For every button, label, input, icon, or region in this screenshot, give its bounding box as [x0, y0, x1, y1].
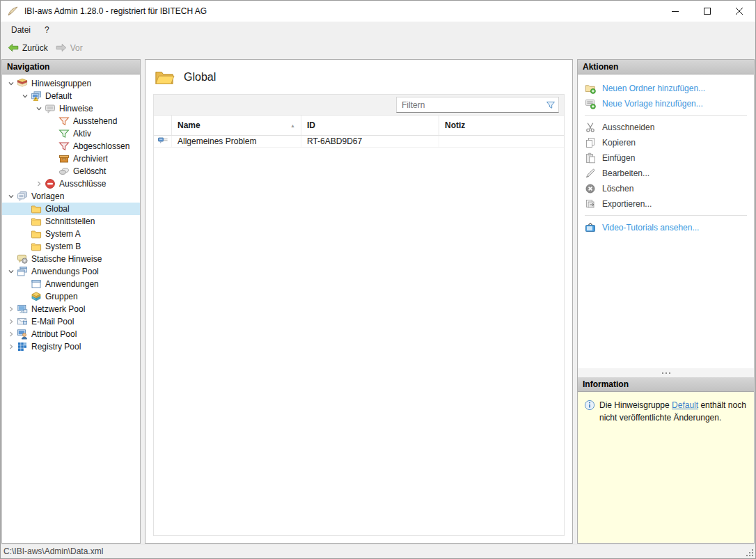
action-neuen-ordner-hinzuf-gen[interactable]: Neuen Ordner hinzufügen...: [585, 81, 750, 95]
action-l-schen[interactable]: Löschen: [585, 181, 750, 196]
chevron-spacer: [47, 153, 58, 164]
tree-item-statische-hinweise[interactable]: Statische Hinweise: [2, 253, 140, 265]
filter-input[interactable]: [397, 100, 545, 111]
tree-item-label: Statische Hinweise: [31, 254, 102, 264]
action-exportieren[interactable]: Exportieren...: [585, 196, 750, 211]
chevron-right-icon[interactable]: [33, 178, 45, 189]
tree-item-label: Anwendungen: [45, 279, 99, 289]
tree-item-aktiv[interactable]: Aktiv: [2, 127, 140, 140]
chevron-right-icon[interactable]: [5, 304, 17, 315]
chevron-down-icon[interactable]: [5, 191, 17, 202]
chevron-spacer: [19, 278, 31, 290]
tree-item-abgeschlossen[interactable]: Abgeschlossen: [2, 140, 140, 152]
tree-item-registry-pool[interactable]: Registry Pool: [2, 340, 140, 353]
action-label: Bearbeiten...: [602, 168, 649, 178]
chevron-spacer: [47, 166, 58, 177]
chevron-down-icon[interactable]: [5, 266, 17, 277]
tree-item-label: E-Mail Pool: [31, 317, 74, 326]
information-body: Die Hinweisgruppe Default enthält noch n…: [578, 392, 754, 543]
menubar: Datei ?: [1, 22, 755, 38]
registry-grid-icon: [17, 341, 28, 352]
action-kopieren[interactable]: Kopieren: [585, 135, 750, 150]
chevron-right-icon[interactable]: [5, 329, 17, 340]
default-group-icon: [31, 90, 42, 102]
content-title-bar: Global: [145, 60, 572, 94]
tree-item-label: Hinweise: [59, 104, 93, 113]
tree-item-system-b[interactable]: System B: [2, 240, 140, 253]
tree-item-label: Anwendungs Pool: [31, 267, 99, 276]
cell-name: Allgemeines Problem: [172, 136, 301, 147]
tree-item-gruppen[interactable]: Gruppen: [2, 290, 140, 303]
window-title: IBI-aws Admin 1.28.0 - registriert für I…: [24, 6, 207, 16]
column-header-name[interactable]: Name▲: [172, 116, 301, 135]
cut-scissors-icon: [585, 122, 596, 133]
tree-item-gel-scht[interactable]: Gelöscht: [2, 165, 140, 178]
tree-item-netzwerk-pool[interactable]: Netzwerk Pool: [2, 303, 140, 315]
menu-help[interactable]: ?: [38, 23, 56, 37]
filter-funnel-icon[interactable]: [545, 100, 556, 111]
tree-item-schnittstellen[interactable]: Schnittstellen: [2, 215, 140, 228]
column-header-id[interactable]: ID: [301, 116, 439, 135]
delete-circle-icon: [585, 183, 596, 194]
chevron-down-icon[interactable]: [33, 103, 45, 114]
default-group-link[interactable]: Default: [672, 400, 698, 410]
template-item-icon: [157, 136, 168, 147]
tree-item-default[interactable]: Default: [2, 90, 140, 102]
chevron-spacer: [19, 291, 31, 302]
chevron-right-icon[interactable]: [5, 316, 17, 327]
action-ausschneiden[interactable]: Ausschneiden: [585, 120, 750, 134]
minimize-button[interactable]: [659, 1, 691, 22]
tree-item-attribut-pool[interactable]: Attribut Pool: [2, 328, 140, 340]
static-notice-icon: [17, 253, 28, 265]
column-header-notiz[interactable]: Notiz: [439, 116, 564, 135]
tree-item-label: Registry Pool: [31, 342, 81, 352]
tree-item-ausschl-sse[interactable]: Ausschlüsse: [2, 178, 140, 190]
action-label: Einfügen: [602, 153, 635, 163]
tree-item-hinweise[interactable]: Hinweise: [2, 102, 140, 115]
tree-item-archiviert[interactable]: Archiviert: [2, 152, 140, 165]
action-einf-gen[interactable]: Einfügen: [585, 150, 750, 165]
tree-item-global[interactable]: Global: [2, 203, 140, 215]
action-neue-vorlage-hinzuf-gen[interactable]: Neue Vorlage hinzufügen...: [585, 96, 750, 111]
archive-box-icon: [58, 153, 70, 164]
close-button[interactable]: [723, 1, 755, 22]
forward-button[interactable]: Vor: [53, 41, 88, 55]
tree-item-e-mail-pool[interactable]: E-Mail Pool: [2, 315, 140, 328]
tree-item-hinweisgruppen[interactable]: Hinweisgruppen: [2, 77, 140, 90]
maximize-button[interactable]: [691, 1, 723, 22]
tree-item-label: Gruppen: [45, 292, 78, 301]
app-window: IBI-aws Admin 1.28.0 - registriert für I…: [0, 0, 756, 559]
action-bearbeiten[interactable]: Bearbeiten...: [585, 166, 750, 180]
tree-item-label: Hinweisgruppen: [31, 79, 91, 88]
tree-item-system-a[interactable]: System A: [2, 228, 140, 240]
titlebar: IBI-aws Admin 1.28.0 - registriert für I…: [1, 1, 755, 22]
tree-item-label: Archiviert: [73, 154, 108, 164]
chevron-down-icon[interactable]: [5, 78, 17, 89]
tree-item-anwendungs-pool[interactable]: Anwendungs Pool: [2, 265, 140, 278]
action-video-tutorials-ansehen[interactable]: Video-Tutorials ansehen...: [585, 220, 750, 235]
app-pool-icon: [17, 266, 28, 277]
navigation-panel: Navigation HinweisgruppenDefaultHinweise…: [1, 59, 141, 544]
tree-item-ausstehend[interactable]: Ausstehend: [2, 115, 140, 127]
email-envelope-icon: [17, 316, 28, 327]
chevron-down-icon[interactable]: [19, 90, 31, 102]
panel-splitter-handle[interactable]: [578, 368, 754, 377]
menu-datei[interactable]: Datei: [4, 23, 38, 37]
application-window-icon: [31, 278, 42, 290]
sort-ascending-icon: ▲: [290, 123, 295, 128]
resize-grip-icon[interactable]: [746, 549, 753, 556]
exclusion-circle-icon: [45, 178, 56, 189]
template-bubbles-icon: [17, 191, 28, 202]
action-label: Neue Vorlage hinzufügen...: [602, 99, 703, 109]
edit-pencil-icon: [585, 168, 596, 179]
tree-item-vorlagen[interactable]: Vorlagen: [2, 190, 140, 203]
tree-item-label: Schnittstellen: [45, 216, 95, 226]
chevron-right-icon[interactable]: [5, 341, 17, 352]
notice-bubble-icon: [45, 103, 56, 114]
action-label: Video-Tutorials ansehen...: [602, 223, 699, 233]
toolbar: Zurück Vor: [1, 38, 755, 57]
tree-item-anwendungen[interactable]: Anwendungen: [2, 278, 140, 290]
template-table: Name▲IDNotiz Allgemeines ProblemRT-6ABD9…: [153, 94, 565, 536]
table-row-allgemeines-problem[interactable]: Allgemeines ProblemRT-6ABD9D67: [154, 136, 564, 148]
back-button[interactable]: Zurück: [5, 41, 53, 55]
